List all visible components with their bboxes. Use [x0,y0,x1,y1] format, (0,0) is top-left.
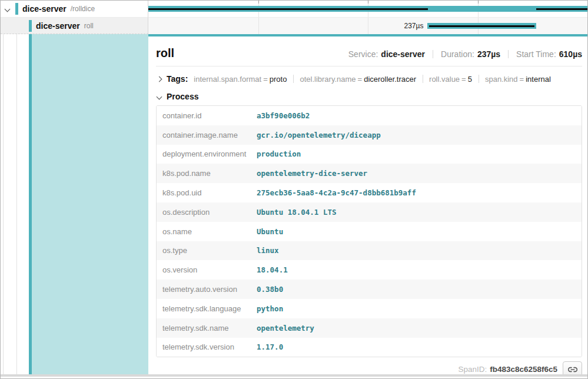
tags-list: internal.span.format=protootel.library.n… [188,75,551,84]
tag-equals: = [460,75,468,84]
process-key: deployment.environment [157,149,257,158]
span-detail-panel: roll Service:dice-serverDuration:237µsSt… [148,34,587,374]
tag-separator [479,75,479,83]
tags-label: Tags: [167,74,188,84]
process-value: 275ecb36-5aa8-4c2a-9c47-d8bb681b9aff [257,188,416,197]
indent-guide [16,34,17,374]
process-key: telemetry.auto.version [157,285,257,294]
process-key: telemetry.sdk.name [157,324,257,333]
spanid-label: SpanID: [458,365,487,374]
bottom-margin [1,377,587,378]
tag-value: 5 [468,75,472,84]
chevron-down-icon[interactable] [5,6,11,12]
meta-value: dice-server [381,49,425,59]
process-value: python [257,304,283,313]
service-name: dice-server [36,21,80,31]
detail-footer: SpanID: fb483c8c6258f6c5 [156,357,582,374]
timeline-gridline [368,18,368,34]
process-key: k8s.pod.name [157,169,257,178]
tag-key: otel.library.name [300,75,356,84]
tree-indent-rail [1,34,29,374]
meta-label: Service: [348,49,378,59]
span-name-cell-rolldice[interactable]: dice-server /rolldice [1,1,148,18]
detail-header: roll Service:dice-serverDuration:237µsSt… [156,36,582,67]
link-icon [568,365,577,374]
process-key: os.name [157,227,257,236]
span-bar-rolldice[interactable] [148,6,587,12]
process-key: os.description [157,208,257,217]
process-key: os.version [157,265,257,274]
selected-span-highlight-column [32,34,148,374]
table-row: telemetry.auto.version0.38b0 [157,280,582,299]
tag-item: internal.span.format=proto [194,75,287,84]
span-meta: Service:dice-serverDuration:237µsStart T… [348,49,582,59]
deep-link-button[interactable] [563,361,582,374]
process-value: gcr.io/opentelemetry/diceapp [257,131,381,139]
tag-key: roll.value [429,75,460,84]
trace-detail-window: dice-server /rolldice dice-server roll [0,0,588,379]
span-row-roll: dice-server roll 237µs [1,18,587,34]
process-key: k8s.pod.uid [157,188,257,197]
tag-equals: = [356,75,364,84]
span-color-marker [29,20,32,32]
process-key: container.image.name [157,131,257,139]
process-value: linux [257,246,279,255]
tag-item: span.kind=internal [485,75,551,84]
meta-value: 610µs [559,49,582,59]
meta-label: Duration: [441,49,474,59]
chevron-down-icon[interactable] [157,94,162,99]
service-name: dice-server [22,4,67,14]
span-detail-row: roll Service:dice-serverDuration:237µsSt… [1,34,587,374]
critical-path-segment [148,8,428,10]
span-operation-title: roll [156,46,174,60]
table-row: k8s.pod.uid275ecb36-5aa8-4c2a-9c47-d8bb6… [157,183,582,202]
table-row: os.descriptionUbuntu 18.04.1 LTS [157,202,582,222]
process-key: container.id [157,111,257,120]
table-row: os.typelinux [157,241,582,261]
timeline-gridline [258,18,259,34]
table-row: os.nameUbuntu [157,222,582,241]
tag-key: internal.span.format [194,75,261,84]
tag-separator [293,75,294,83]
process-key: telemetry.sdk.language [157,304,257,313]
table-row: deployment.environmentproduction [157,145,582,164]
tag-item: roll.value=5 [429,75,472,84]
meta-separator [433,50,433,58]
process-value: production [257,149,301,158]
timeline-cell-roll: 237µs [148,18,587,34]
process-key: os.type [157,246,257,255]
process-value: 18.04.1 [257,265,288,274]
chevron-right-icon[interactable] [157,76,162,82]
process-value: Ubuntu [257,227,283,236]
meta-value: 237µs [477,49,500,59]
span-bar-roll[interactable] [427,23,536,29]
process-value: opentelemetry [257,324,314,333]
tag-separator [423,75,423,83]
spanid-value: fb483c8c6258f6c5 [490,365,557,374]
indent-guide [3,34,4,374]
ruler-tick [478,1,479,4]
critical-path-segment [429,25,534,27]
critical-path-segment [536,8,587,10]
process-label: Process [167,92,198,101]
table-row: container.image.namegcr.io/opentelemetry… [157,125,582,145]
process-value: 0.38b0 [257,285,283,294]
table-row: telemetry.sdk.languagepython [157,299,582,318]
tag-item: otel.library.name=diceroller.tracer [300,75,416,84]
span-name-cell-roll[interactable]: dice-server roll [1,18,148,34]
tag-key: span.kind [485,75,518,84]
table-row: container.ida3bf90e006b2 [157,106,582,125]
process-key: telemetry.sdk.version [157,343,257,351]
span-color-marker [15,3,18,15]
tag-value: proto [270,75,287,84]
tags-section-header[interactable]: Tags: internal.span.format=protootel.lib… [156,67,582,87]
table-row: os.version18.04.1 [157,260,582,280]
meta-label: Start Time: [516,49,556,59]
table-row: telemetry.sdk.version1.17.0 [157,338,582,357]
process-section-header[interactable]: Process [156,87,582,105]
table-row: telemetry.sdk.nameopentelemetry [157,318,582,338]
ruler-tick [258,1,259,4]
process-value: Ubuntu 18.04.1 LTS [257,208,336,217]
timeline-cell-rolldice [148,1,587,18]
process-value: 1.17.0 [257,343,283,351]
